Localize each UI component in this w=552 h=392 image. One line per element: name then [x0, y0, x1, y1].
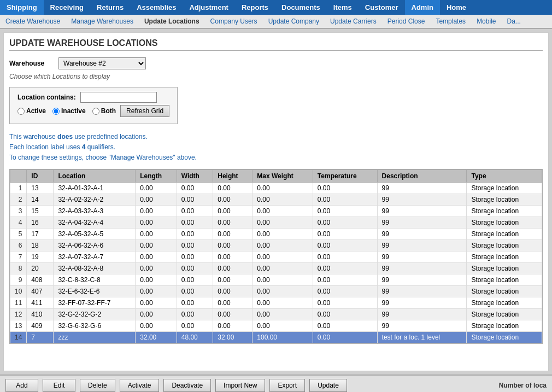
subnav-update-company[interactable]: Update Company [263, 15, 325, 28]
table-row[interactable]: 4 16 32-A-04-32-A-4 0.00 0.00 0.00 0.00 … [10, 217, 542, 228]
page-title: Update Warehouse Locations [9, 38, 543, 51]
cell-id: 14 [27, 194, 54, 205]
cell-description: 99 [377, 285, 467, 297]
cell-description: test for a loc. 1 level [377, 331, 467, 343]
deactivate-button[interactable]: Deactivate [163, 379, 211, 392]
subnav-mobile[interactable]: Mobile [471, 15, 501, 28]
col-width[interactable]: Width [177, 169, 213, 182]
locations-table: ID Location Length Width Height Max Weig… [10, 169, 542, 343]
subnav-company-users[interactable]: Company Users [205, 15, 263, 28]
nav-documents[interactable]: Documents [275, 0, 327, 15]
cell-length: 0.00 [136, 194, 177, 205]
cell-id: 411 [27, 297, 54, 308]
data-table-container[interactable]: ID Location Length Width Height Max Weig… [9, 169, 543, 344]
table-row[interactable]: 3 15 32-A-03-32-A-3 0.00 0.00 0.00 0.00 … [10, 205, 542, 217]
col-height[interactable]: Height [213, 169, 252, 182]
nav-home[interactable]: Home [440, 0, 473, 15]
cell-length: 0.00 [136, 217, 177, 228]
cell-height: 32.00 [213, 331, 252, 343]
activate-button[interactable]: Activate [120, 379, 160, 392]
cell-description: 99 [377, 239, 467, 251]
nav-customer[interactable]: Customer [359, 0, 405, 15]
nav-admin[interactable]: Admin [405, 0, 440, 15]
cell-maxweight: 0.00 [252, 285, 313, 297]
cell-location: 32-E-6-32-E-6 [54, 285, 136, 297]
col-type[interactable]: Type [467, 169, 542, 182]
table-row[interactable]: 9 408 32-C-8-32-C-8 0.00 0.00 0.00 0.00 … [10, 274, 542, 285]
nav-assemblies[interactable]: Assemblies [130, 0, 183, 15]
subnav-manage-warehouses[interactable]: Manage Warehouses [66, 15, 139, 28]
cell-location: 32-FF-07-32-FF-7 [54, 297, 136, 308]
warehouse-select[interactable]: Warehouse #2 [58, 57, 146, 69]
table-row[interactable]: 12 410 32-G-2-32-G-2 0.00 0.00 0.00 0.00… [10, 308, 542, 320]
cell-width: 0.00 [177, 285, 213, 297]
cell-maxweight: 0.00 [252, 194, 313, 205]
edit-button[interactable]: Edit [43, 379, 75, 392]
subnav-da[interactable]: Da... [501, 15, 526, 28]
cell-width: 0.00 [177, 297, 213, 308]
both-radio[interactable] [92, 108, 99, 115]
table-row[interactable]: 7 19 32-A-07-32-A-7 0.00 0.00 0.00 0.00 … [10, 251, 542, 262]
both-radio-label[interactable]: Both [92, 107, 116, 115]
table-row[interactable]: 8 20 32-A-08-32-A-8 0.00 0.00 0.00 0.00 … [10, 262, 542, 274]
subnav-period-close[interactable]: Period Close [382, 15, 431, 28]
nav-shipping[interactable]: Shipping [0, 0, 44, 15]
nav-items[interactable]: Items [327, 0, 359, 15]
export-button[interactable]: Export [269, 379, 305, 392]
active-radio[interactable] [17, 108, 25, 115]
subnav-templates[interactable]: Templates [430, 15, 471, 28]
delete-button[interactable]: Delete [80, 379, 115, 392]
cell-length: 0.00 [136, 251, 177, 262]
subnav-create-warehouse[interactable]: Create Warehouse [0, 15, 66, 28]
cell-location: zzz [54, 331, 136, 343]
nav-reports[interactable]: Reports [235, 0, 275, 15]
location-contains-input[interactable] [80, 92, 157, 103]
col-description[interactable]: Description [377, 169, 467, 182]
add-button[interactable]: Add [5, 379, 38, 392]
col-temperature[interactable]: Temperature [313, 169, 377, 182]
cell-width: 0.00 [177, 251, 213, 262]
row-num: 3 [10, 205, 27, 217]
cell-location: 32-A-01-32-A-1 [54, 182, 136, 194]
cell-id: 7 [27, 331, 54, 343]
cell-id: 19 [27, 251, 54, 262]
row-num: 8 [10, 262, 27, 274]
cell-maxweight: 0.00 [252, 205, 313, 217]
info-line-1: This warehouse does use predefined locat… [9, 132, 543, 142]
table-row[interactable]: 2 14 32-A-02-32-A-2 0.00 0.00 0.00 0.00 … [10, 194, 542, 205]
refresh-grid-button[interactable]: Refresh Grid [120, 105, 169, 117]
warehouse-label: Warehouse [9, 60, 58, 67]
col-id[interactable]: ID [27, 169, 54, 182]
col-location[interactable]: Location [54, 169, 136, 182]
subnav-update-locations[interactable]: Update Locations [139, 15, 205, 28]
info-text-block: This warehouse does use predefined locat… [9, 132, 543, 163]
table-row[interactable]: 14 7 zzz 32.00 48.00 32.00 100.00 0.00 t… [10, 331, 542, 343]
table-row[interactable]: 5 17 32-A-05-32-A-5 0.00 0.00 0.00 0.00 … [10, 228, 542, 239]
nav-receiving[interactable]: Receiving [44, 0, 90, 15]
bottom-toolbar: Add Edit Delete Activate Deactivate Impo… [0, 375, 552, 392]
cell-width: 48.00 [177, 331, 213, 343]
subnav-update-carriers[interactable]: Update Carriers [325, 15, 382, 28]
col-maxweight[interactable]: Max Weight [252, 169, 313, 182]
active-label: Active [26, 107, 46, 115]
inactive-label: Inactive [61, 107, 86, 115]
radio-and-refresh-row: Active Inactive Both Refresh Grid [17, 105, 169, 117]
sub-navigation: Create Warehouse Manage Warehouses Updat… [0, 15, 552, 29]
nav-returns[interactable]: Returns [90, 0, 130, 15]
table-row[interactable]: 13 409 32-G-6-32-G-6 0.00 0.00 0.00 0.00… [10, 320, 542, 331]
cell-description: 99 [377, 205, 467, 217]
table-row[interactable]: 1 13 32-A-01-32-A-1 0.00 0.00 0.00 0.00 … [10, 182, 542, 194]
cell-id: 16 [27, 217, 54, 228]
active-radio-label[interactable]: Active [17, 107, 46, 115]
table-row[interactable]: 10 407 32-E-6-32-E-6 0.00 0.00 0.00 0.00… [10, 285, 542, 297]
inactive-radio[interactable] [52, 108, 60, 115]
import-new-button[interactable]: Import New [215, 379, 265, 392]
table-row[interactable]: 11 411 32-FF-07-32-FF-7 0.00 0.00 0.00 0… [10, 297, 542, 308]
nav-adjustment[interactable]: Adjustment [183, 0, 235, 15]
row-num: 13 [10, 320, 27, 331]
inactive-radio-label[interactable]: Inactive [52, 107, 86, 115]
table-row[interactable]: 6 18 32-A-06-32-A-6 0.00 0.00 0.00 0.00 … [10, 239, 542, 251]
update-button[interactable]: Update [309, 379, 347, 392]
col-length[interactable]: Length [136, 169, 177, 182]
cell-type: Storage location [467, 308, 542, 320]
